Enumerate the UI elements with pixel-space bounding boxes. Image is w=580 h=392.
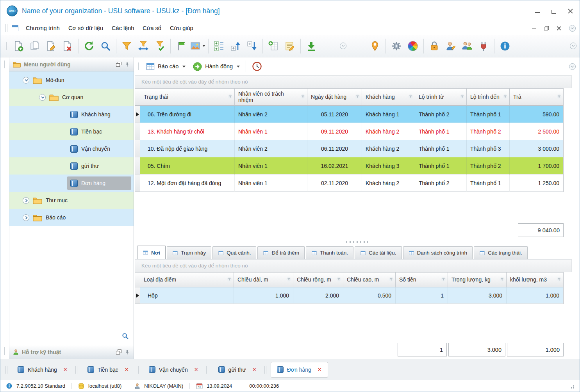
- refresh-icon[interactable]: [81, 37, 97, 55]
- export-download-icon[interactable]: [303, 37, 319, 55]
- table-row[interactable]: 12. Một đơn đặt hàng đã đóng Nhân viên 1…: [135, 175, 563, 192]
- filter-funnel-icon[interactable]: [389, 276, 394, 283]
- table-row[interactable]: 05. Chìm Nhân viên 1 16.02.2021 Khách hà…: [135, 157, 563, 175]
- column-header-weight[interactable]: Trọng lượng, kg: [448, 273, 507, 287]
- tree-item-transport[interactable]: Vận chuyển: [9, 140, 134, 157]
- column-header-place-type[interactable]: Loại địa điểm: [140, 273, 234, 287]
- horizontal-splitter[interactable]: [134, 239, 580, 244]
- mdi-restore-icon[interactable]: [544, 26, 549, 30]
- filter-funnel-icon[interactable]: [355, 94, 360, 100]
- tree-expand-icon[interactable]: [211, 37, 227, 55]
- filter-move-icon[interactable]: [135, 37, 152, 55]
- tree-search-icon[interactable]: [121, 332, 129, 341]
- filter-apply-icon[interactable]: [152, 37, 168, 55]
- column-header-height[interactable]: Chiều cao, m: [343, 273, 396, 287]
- tab-transit[interactable]: Quá cảnh.: [212, 246, 256, 259]
- tab-work-list[interactable]: Danh sách công trình: [403, 246, 473, 259]
- users-group-icon[interactable]: [459, 37, 475, 55]
- tabbar-grip[interactable]: [264, 366, 266, 374]
- tab-surcharge[interactable]: Để trả thêm: [257, 246, 305, 259]
- window-tab-money[interactable]: Tiền bạc: [82, 362, 135, 378]
- support-panel[interactable]: Hỗ trợ kỹ thuật: [9, 345, 134, 359]
- color-wheel-icon[interactable]: [405, 37, 421, 55]
- column-header-volume[interactable]: khối lượng, m3: [507, 273, 563, 287]
- close-tab-icon[interactable]: [252, 367, 257, 372]
- close-tab-icon[interactable]: [63, 367, 68, 372]
- edit-record-icon[interactable]: [43, 37, 59, 55]
- orders-group-drop-zone[interactable]: Kéo một tiêu đề cột vào đây để nhóm theo…: [135, 75, 572, 88]
- column-header-pay[interactable]: Trả: [510, 89, 563, 106]
- table-row[interactable]: 06. Trên đường đi Nhân viên 2 05.11.2020…: [135, 106, 563, 123]
- mdi-close-icon[interactable]: [557, 26, 561, 30]
- tree-item-reports[interactable]: Báo cáo: [9, 209, 134, 226]
- filter-funnel-icon[interactable]: [300, 94, 305, 100]
- panel-restore-icon[interactable]: [116, 62, 121, 67]
- filter-funnel-icon[interactable]: [119, 37, 135, 55]
- menu-overflow-button[interactable]: [569, 25, 576, 32]
- tabbar-grip[interactable]: [206, 366, 208, 374]
- new-record-icon[interactable]: [10, 37, 27, 55]
- toolbar-grip[interactable]: [5, 24, 7, 32]
- column-header-route-to[interactable]: Lộ trình đến: [467, 89, 510, 106]
- column-header-customer[interactable]: Khách hàng: [362, 89, 415, 106]
- info-icon[interactable]: [497, 37, 513, 55]
- filter-funnel-icon[interactable]: [228, 94, 233, 100]
- minimize-button[interactable]: [534, 8, 541, 14]
- filter-funnel-icon[interactable]: [460, 94, 465, 100]
- panel-restore-icon[interactable]: [116, 349, 121, 355]
- lock-icon[interactable]: [426, 37, 443, 55]
- menu-commands[interactable]: Các lệnh: [107, 23, 138, 33]
- tree-item-money[interactable]: Tiền bạc: [9, 123, 134, 140]
- filter-funnel-icon[interactable]: [503, 94, 508, 100]
- menu-window[interactable]: Cửa sổ: [138, 23, 166, 33]
- close-tab-icon[interactable]: [194, 367, 198, 372]
- location-pin-icon[interactable]: [367, 37, 383, 55]
- panel-grip[interactable]: [3, 61, 5, 68]
- window-tab-mailing[interactable]: gửi thư: [212, 362, 262, 378]
- toolbar-grip[interactable]: [137, 62, 139, 70]
- column-header-employee[interactable]: Nhân viên có trách nhiệm: [235, 89, 307, 106]
- expander-icon[interactable]: [23, 77, 29, 84]
- close-button[interactable]: [567, 8, 573, 14]
- settings-gear-icon[interactable]: [388, 37, 405, 55]
- expander-icon[interactable]: [23, 197, 29, 204]
- filter-funnel-icon[interactable]: [336, 276, 341, 283]
- menu-database[interactable]: Cơ sở dữ liệu: [64, 23, 107, 33]
- copy-record-icon[interactable]: [27, 37, 43, 55]
- filter-funnel-icon[interactable]: [286, 276, 291, 283]
- user-edit-icon[interactable]: [443, 37, 459, 55]
- delete-record-icon[interactable]: [59, 37, 76, 55]
- filter-funnel-icon[interactable]: [500, 276, 505, 283]
- report-button[interactable]: Báo cáo: [142, 60, 189, 73]
- resize-grip[interactable]: [569, 383, 574, 389]
- toolbar-overflow-button[interactable]: [340, 43, 346, 49]
- window-tab-customers[interactable]: Khách hàng: [12, 362, 73, 378]
- tree-item-directory[interactable]: Thư mục: [9, 192, 134, 209]
- tree-item-mailing[interactable]: gửi thư: [9, 157, 134, 175]
- notes-icon[interactable]: [282, 37, 298, 55]
- timer-button[interactable]: [248, 59, 266, 73]
- tab-hops[interactable]: Trạm nhảy: [167, 246, 211, 259]
- mdi-minimize-icon[interactable]: [532, 28, 536, 29]
- tabbar-grip[interactable]: [137, 366, 139, 374]
- places-group-drop-zone[interactable]: Kéo một tiêu đề cột vào đây để nhóm theo…: [135, 259, 572, 272]
- filter-funnel-icon[interactable]: [557, 276, 562, 283]
- tree-item-orders[interactable]: Đơn hàng: [9, 175, 134, 192]
- close-tab-icon[interactable]: [125, 367, 129, 372]
- column-header-status[interactable]: Trạng thái: [140, 89, 235, 106]
- expander-icon[interactable]: [39, 94, 46, 101]
- table-row[interactable]: Hộp 1.000 2.000 0.500 1 3.000 1.000: [135, 287, 563, 304]
- tab-documents[interactable]: Các tài liệu.: [355, 246, 402, 259]
- tabbar-grip[interactable]: [75, 366, 77, 374]
- toolbar-overflow-button[interactable]: [570, 43, 576, 49]
- filter-funnel-icon[interactable]: [408, 94, 413, 100]
- menu-help[interactable]: Cứu giúp: [166, 23, 198, 33]
- column-header-width[interactable]: Chiều rộng, m: [293, 273, 343, 287]
- search-icon[interactable]: [97, 37, 114, 55]
- tree-item-customers[interactable]: Khách hàng: [9, 106, 134, 123]
- tree-collapse-icon[interactable]: [227, 37, 244, 55]
- tree-collapse-branch-icon[interactable]: [244, 37, 260, 55]
- table-row[interactable]: 13. Khách hàng từ chối Nhân viên 1 09.11…: [135, 123, 563, 140]
- tree-item-modules[interactable]: Mô-đun: [9, 71, 134, 89]
- tab-statuses[interactable]: Các trạng thái.: [474, 246, 528, 259]
